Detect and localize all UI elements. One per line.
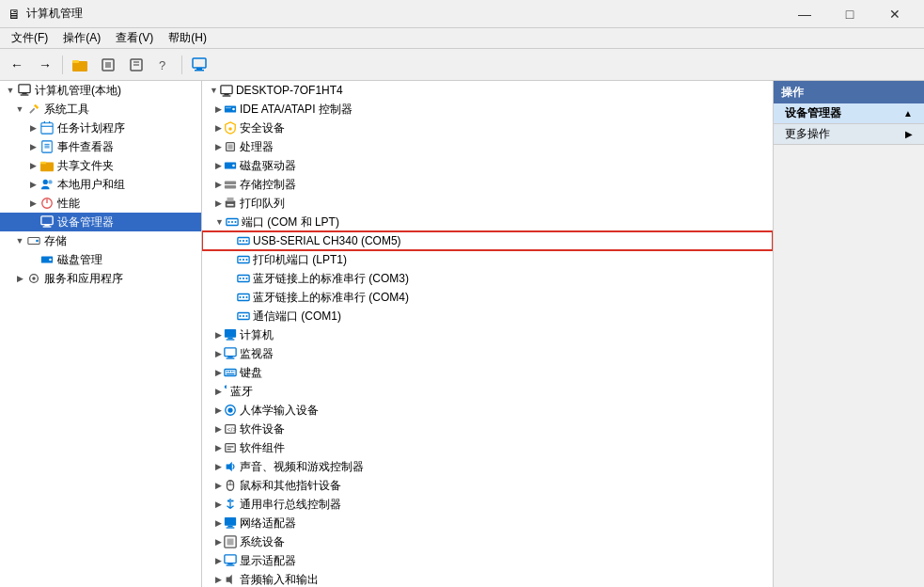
- svg-point-74: [243, 296, 244, 298]
- tree-label: 存储: [44, 233, 67, 249]
- svg-rect-42: [223, 95, 231, 96]
- expand-icon[interactable]: ▶: [26, 178, 39, 191]
- right-panel-more-actions[interactable]: 更多操作 ▶: [774, 124, 924, 145]
- menu-help[interactable]: 帮助(H): [161, 28, 214, 49]
- tree-item-device-manager[interactable]: 设备管理器: [0, 213, 201, 231]
- svg-point-62: [243, 240, 244, 242]
- device-audio[interactable]: ▶ 声音、视频和游戏控制器: [202, 457, 773, 476]
- svg-point-46: [228, 128, 232, 132]
- toolbar-btn-folder[interactable]: [67, 52, 93, 78]
- tree-item-performance[interactable]: ▶ 性能: [0, 194, 201, 213]
- device-security[interactable]: ▶ 安全设备: [202, 119, 773, 137]
- toolbar-separator-2: [181, 56, 182, 74]
- right-panel-title: 操作: [781, 85, 804, 101]
- device-storage-ctrl[interactable]: ▶ 存储控制器: [202, 175, 773, 194]
- tree-item-system-tools[interactable]: ▼ 系统工具: [0, 100, 201, 119]
- device-disk[interactable]: ▶ 磁盘驱动器: [202, 156, 773, 175]
- svg-point-69: [239, 278, 241, 279]
- expand-icon[interactable]: [26, 253, 39, 266]
- svg-point-58: [231, 221, 233, 223]
- svg-rect-40: [221, 86, 232, 94]
- device-network[interactable]: ▶ 网络适配器: [202, 514, 773, 532]
- expand-icon[interactable]: ▼: [4, 84, 17, 97]
- expand-icon[interactable]: ▶: [26, 197, 39, 210]
- back-button[interactable]: ←: [4, 52, 30, 78]
- device-hid[interactable]: ▶ 人体学输入设备: [202, 401, 773, 420]
- device-tree-root[interactable]: ▼ DESKTOP-7OF1HT4: [202, 81, 773, 100]
- svg-rect-107: [227, 528, 235, 529]
- svg-rect-106: [227, 526, 232, 528]
- device-display[interactable]: ▶ 显示适配器: [202, 551, 773, 570]
- tree-label: 服务和应用程序: [44, 271, 123, 287]
- right-panel-item-label: 设备管理器: [785, 105, 841, 121]
- device-label: 存储控制器: [240, 177, 296, 193]
- right-panel-device-manager[interactable]: 设备管理器 ▲: [774, 103, 924, 124]
- device-mouse[interactable]: ▶ 鼠标和其他指针设备: [202, 476, 773, 495]
- svg-rect-85: [227, 358, 235, 359]
- device-audio-io[interactable]: ▶ 音频输入和输出: [202, 570, 773, 587]
- menu-view[interactable]: 查看(V): [108, 28, 161, 49]
- tree-item-root[interactable]: ▼ 计算机管理(本地): [0, 81, 201, 100]
- device-ide[interactable]: ▶ IDE ATA/ATAPI 控制器: [202, 100, 773, 119]
- device-software[interactable]: ▶ </> 软件设备: [202, 420, 773, 438]
- left-panel: ▼ 计算机管理(本地) ▼ 系统工具 ▶ 任务计划程序 ▶: [0, 81, 202, 587]
- tree-item-services[interactable]: ▶ 服务和应用程序: [0, 269, 201, 288]
- svg-point-73: [239, 296, 241, 298]
- tree-item-disk-management[interactable]: 磁盘管理: [0, 250, 201, 269]
- device-keyboard[interactable]: ▶ 键盘: [202, 363, 773, 382]
- tree-item-shared-folders[interactable]: ▶ 共享文件夹: [0, 156, 201, 175]
- forward-button[interactable]: →: [32, 52, 58, 78]
- svg-rect-12: [196, 68, 202, 70]
- device-ports[interactable]: ▼ 端口 (COM 和 LPT): [202, 213, 773, 231]
- toolbar-btn-4[interactable]: ?: [151, 52, 178, 78]
- toolbar-btn-monitor[interactable]: [186, 52, 212, 78]
- device-lpt1[interactable]: ▶ 打印机端口 (LPT1): [202, 250, 773, 269]
- device-processor[interactable]: ▶ 处理器: [202, 137, 773, 156]
- expand-icon[interactable]: ▶: [26, 140, 39, 153]
- event-icon: [39, 139, 55, 154]
- expand-icon[interactable]: ▶: [26, 159, 39, 172]
- close-button[interactable]: ✕: [873, 0, 916, 28]
- menu-file[interactable]: 文件(F): [4, 28, 55, 49]
- device-bluetooth[interactable]: ▶ ʿ 蓝牙: [202, 382, 773, 401]
- svg-rect-11: [193, 58, 206, 68]
- device-usb-ctrl[interactable]: ▶ 通用串行总线控制器: [202, 495, 773, 514]
- device-com1[interactable]: ▶ 通信端口 (COM1): [202, 307, 773, 325]
- svg-rect-105: [225, 517, 236, 526]
- toolbar-btn-2[interactable]: [95, 52, 121, 78]
- menu-action[interactable]: 操作(A): [55, 28, 108, 49]
- tree-item-storage[interactable]: ▼ 存储: [0, 231, 201, 250]
- tree-item-event-viewer[interactable]: ▶ 事件查看器: [0, 137, 201, 156]
- device-com3[interactable]: ▶ 蓝牙链接上的标准串行 (COM3): [202, 269, 773, 288]
- toolbar-btn-3[interactable]: [123, 52, 149, 78]
- device-computer[interactable]: ▶ 计算机: [202, 325, 773, 344]
- svg-rect-83: [225, 348, 236, 357]
- menu-bar: 文件(F) 操作(A) 查看(V) 帮助(H): [0, 28, 924, 49]
- svg-point-50: [232, 165, 235, 167]
- tree-item-task-scheduler[interactable]: ▶ 任务计划程序: [0, 119, 201, 137]
- svg-point-71: [245, 278, 247, 279]
- right-panel-header: 操作: [774, 81, 924, 103]
- device-system[interactable]: ▶ 系统设备: [202, 532, 773, 551]
- device-monitor[interactable]: ▶ 监视器: [202, 344, 773, 363]
- device-usb-serial[interactable]: ▶ USB-SERIAL CH340 (COM5): [202, 231, 773, 250]
- svg-rect-16: [21, 94, 29, 95]
- expand-icon[interactable]: ▶: [26, 121, 39, 135]
- expand-icon[interactable]: ▼: [13, 234, 26, 247]
- expand-icon[interactable]: ▼: [13, 103, 26, 116]
- expand-icon[interactable]: [26, 215, 39, 229]
- minimize-button[interactable]: —: [783, 0, 826, 28]
- tree-label: 本地用户和组: [57, 177, 125, 193]
- computer-icon: [17, 83, 32, 98]
- tree-item-local-users[interactable]: ▶ 本地用户和组: [0, 175, 201, 194]
- device-label: 监视器: [240, 346, 274, 362]
- device-com4[interactable]: ▶ 蓝牙链接上的标准串行 (COM4): [202, 288, 773, 307]
- maximize-button[interactable]: □: [828, 0, 871, 28]
- device-software-comp[interactable]: ▶ 软件组件: [202, 438, 773, 457]
- svg-point-66: [243, 259, 244, 261]
- expand-icon[interactable]: ▶: [13, 272, 26, 285]
- device-label: 安全设备: [240, 120, 285, 136]
- svg-rect-104: [231, 500, 234, 502]
- device-print-queue[interactable]: ▶ 打印队列: [202, 194, 773, 213]
- svg-point-63: [245, 240, 247, 242]
